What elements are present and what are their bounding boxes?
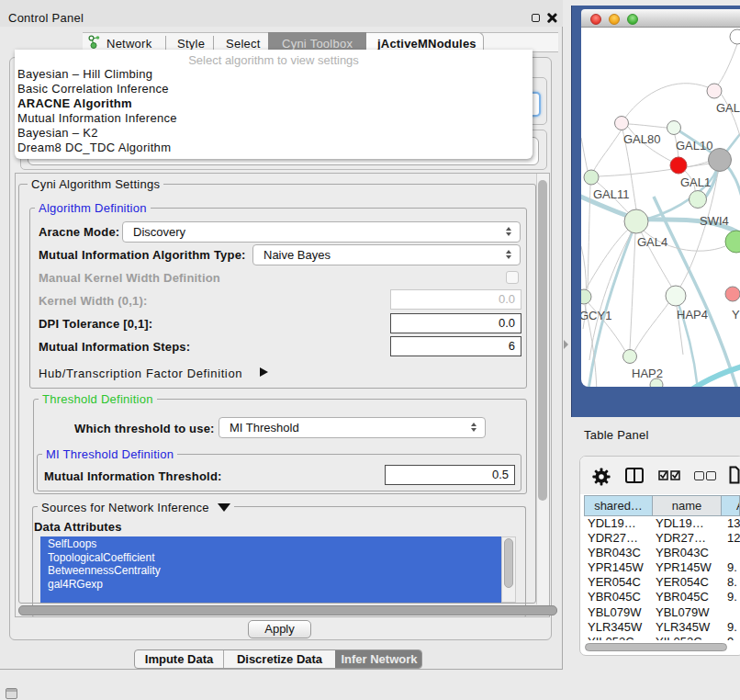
svg-text:GAL11: GAL11: [593, 187, 630, 201]
svg-text:GAL10: GAL10: [676, 139, 712, 152]
svg-text:HAP4: HAP4: [677, 308, 708, 322]
svg-text:Y: Y: [732, 308, 740, 322]
svg-text:SWI4: SWI4: [700, 214, 729, 228]
svg-text:GAL80: GAL80: [623, 132, 660, 146]
svg-text:GAL: GAL: [716, 101, 740, 115]
svg-text:GAL4: GAL4: [637, 235, 667, 249]
svg-text:HAP2: HAP2: [632, 367, 663, 380]
svg-text:GCY1: GCY1: [581, 309, 611, 322]
svg-text:GAL1: GAL1: [680, 175, 711, 189]
